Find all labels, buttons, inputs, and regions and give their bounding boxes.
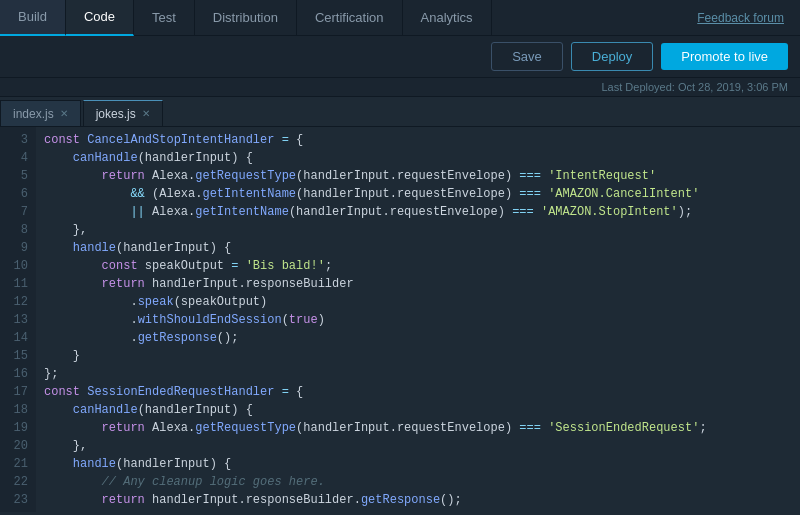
deploy-button[interactable]: Deploy [571,42,653,71]
nav-tab-test[interactable]: Test [134,0,195,36]
nav-tab-distribution[interactable]: Distribution [195,0,297,36]
code-editor: 34567 89101112 1314151617 1819202122 232… [0,127,800,512]
code-content[interactable]: const CancelAndStopIntentHandler = { can… [36,127,800,512]
nav-tab-build[interactable]: Build [0,0,66,36]
deploy-info: Last Deployed: Oct 28, 2019, 3:06 PM [0,78,800,97]
file-tab-jokes[interactable]: jokes.js ✕ [83,100,163,126]
action-bar: Save Deploy Promote to live [0,36,800,78]
file-tab-index[interactable]: index.js ✕ [0,100,81,126]
nav-tab-certification[interactable]: Certification [297,0,403,36]
file-tab-jokes-label: jokes.js [96,107,136,121]
promote-button[interactable]: Promote to live [661,43,788,70]
close-icon[interactable]: ✕ [142,108,150,119]
nav-tab-code[interactable]: Code [66,0,134,36]
line-numbers: 34567 89101112 1314151617 1819202122 232… [0,127,36,512]
file-tabs: index.js ✕ jokes.js ✕ [0,97,800,127]
file-tab-index-label: index.js [13,107,54,121]
save-button[interactable]: Save [491,42,563,71]
top-navigation: Build Code Test Distribution Certificati… [0,0,800,36]
close-icon[interactable]: ✕ [60,108,68,119]
nav-tab-analytics[interactable]: Analytics [403,0,492,36]
feedback-forum-link[interactable]: Feedback forum [697,11,800,25]
